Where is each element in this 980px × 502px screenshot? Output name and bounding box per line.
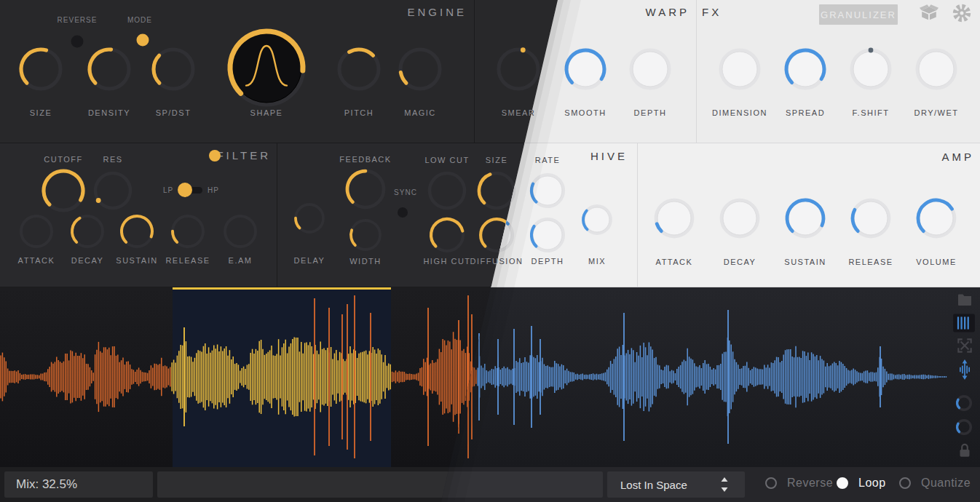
knob-label: SUSTAIN — [784, 258, 826, 266]
divider — [696, 0, 697, 143]
knob-label: ATTACK — [18, 256, 55, 265]
knob-label: SMEAR — [502, 108, 536, 117]
knob-label: MIX — [588, 257, 606, 266]
reverse-toggle[interactable] — [71, 36, 84, 48]
reverse-radio[interactable]: Reverse — [765, 477, 833, 490]
loop-radio-circle[interactable] — [837, 477, 848, 489]
settings-gear-icon[interactable] — [951, 2, 973, 24]
loop-radio[interactable]: Loop — [837, 477, 886, 490]
engine-section-title: ENGINE — [407, 6, 467, 18]
knob-label: FEEDBACK — [339, 155, 391, 164]
warp-section-title: WARP — [646, 6, 689, 18]
knob-label: DECAY — [71, 256, 104, 265]
knob-label: SUSTAIN — [116, 256, 157, 265]
knob-label: SIZE — [486, 156, 507, 164]
knob-label: RELEASE — [165, 256, 210, 265]
knob-label: DECAY — [724, 258, 756, 266]
knob-label: F.SHIFT — [853, 108, 890, 117]
preset-box-icon[interactable] — [919, 3, 939, 23]
preset-stepper-icon[interactable] — [720, 477, 729, 493]
granulizer-button[interactable]: GRANULIZER — [819, 4, 898, 25]
lp-label: LP — [163, 186, 173, 194]
preset-name: Lost In Space — [620, 479, 687, 491]
knob-label: DELAY — [294, 256, 325, 265]
lp-hp-switch-knob[interactable] — [178, 183, 192, 197]
filter-section-title: FILTER — [216, 149, 271, 162]
loop-b-icon[interactable] — [954, 417, 974, 437]
knob-label: SIZE — [30, 108, 52, 117]
pitch-stretch-icon[interactable] — [955, 359, 974, 380]
knob-label: E.AM — [229, 256, 253, 265]
knob-label: CUTOFF — [44, 155, 82, 164]
hp-label: HP — [208, 186, 219, 194]
quantize-radio[interactable]: Quantize — [899, 477, 971, 490]
divider — [474, 0, 475, 143]
knob-label: ATTACK — [656, 258, 693, 266]
knob-label: RATE — [535, 156, 561, 164]
mix-value-box[interactable]: Mix: 32.5% — [4, 471, 153, 498]
divider — [277, 143, 277, 287]
grains-view-icon[interactable] — [952, 313, 976, 333]
knob-label: HIGH CUT — [423, 257, 470, 266]
filter-enable-dot[interactable] — [209, 150, 221, 162]
granulizer-plugin-window: ENGINE WARP FX FILTER HIVE AMP REVERSE M… — [0, 0, 980, 502]
sync-toggle[interactable] — [398, 207, 408, 218]
knob-label: SPREAD — [786, 108, 825, 117]
divider — [637, 143, 638, 287]
knob-label: DEPTH — [634, 108, 667, 117]
preset-dropdown[interactable]: Lost In Space — [607, 471, 745, 498]
knob-label: DRY/WET — [914, 108, 958, 117]
amp-section-title: AMP — [941, 151, 974, 163]
reverse-radio-label: Reverse — [787, 477, 833, 490]
knob-label: SMOOTH — [564, 108, 606, 117]
knob-label: RELEASE — [848, 258, 893, 266]
fx-section-title: FX — [702, 6, 722, 18]
knob-label: SP/DST — [156, 108, 191, 117]
knob-label: LOW CUT — [424, 156, 469, 164]
knob-label: RES — [103, 155, 122, 164]
reverse-label: REVERSE — [58, 16, 98, 24]
quantize-radio-circle[interactable] — [899, 477, 911, 489]
knob-label: PITCH — [344, 108, 374, 117]
knob-label: SHAPE — [250, 108, 283, 117]
lock-icon[interactable] — [955, 441, 974, 460]
knob-label: DENSITY — [88, 108, 130, 117]
mix-value: Mix: 32.5% — [16, 477, 77, 492]
knob-label: DIMENSION — [712, 108, 767, 117]
expand-icon[interactable] — [955, 336, 974, 355]
knob-label: DEPTH — [532, 257, 564, 266]
loop-a-icon[interactable] — [954, 393, 974, 413]
reverse-radio-circle[interactable] — [765, 477, 777, 489]
quantize-radio-label: Quantize — [921, 477, 971, 490]
folder-icon[interactable] — [955, 291, 974, 308]
knob-label: MAGIC — [404, 108, 436, 117]
knob-label: WIDTH — [349, 257, 382, 266]
loop-radio-label: Loop — [858, 477, 886, 490]
mode-label: MODE — [127, 16, 152, 24]
sync-label: SYNC — [394, 188, 417, 196]
knob-label: VOLUME — [916, 258, 956, 266]
hive-section-title: HIVE — [590, 150, 628, 162]
